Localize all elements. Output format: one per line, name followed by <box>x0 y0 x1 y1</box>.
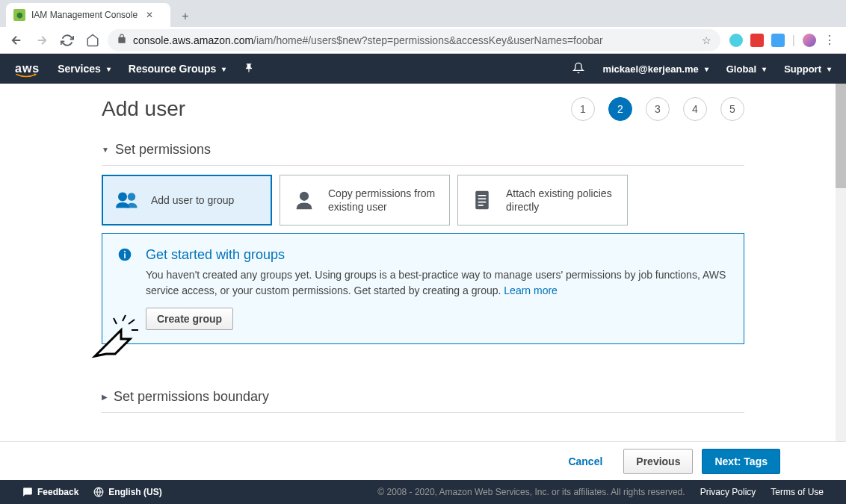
info-heading: Get started with groups <box>146 247 729 263</box>
svg-rect-7 <box>478 205 484 206</box>
lock-icon <box>117 34 127 46</box>
close-icon[interactable]: ✕ <box>143 9 155 21</box>
tab-strip: ⬢ IAM Management Console ✕ + <box>0 0 846 27</box>
address-bar[interactable]: console.aws.amazon.com/iam/home#/users$n… <box>108 29 720 52</box>
svg-rect-6 <box>478 202 487 203</box>
section-title-text: Set permissions boundary <box>114 389 269 405</box>
info-icon <box>117 247 132 330</box>
services-menu[interactable]: Services <box>58 63 111 75</box>
main-content: Add user 1 2 3 4 5 ▼ Set permissions Add… <box>0 84 846 441</box>
permission-options: Add user to group Copy permissions from … <box>102 175 744 225</box>
user-icon <box>291 190 318 211</box>
aws-top-nav: aws Services Resource Groups mickael@ker… <box>0 54 846 84</box>
option-label: Copy permissions from existing user <box>328 187 439 214</box>
svg-rect-5 <box>478 198 487 199</box>
tab-title: IAM Management Console <box>31 10 138 20</box>
learn-more-link[interactable]: Learn more <box>504 284 558 296</box>
option-add-to-group[interactable]: Add user to group <box>102 175 272 225</box>
svg-rect-9 <box>124 253 126 258</box>
account-menu[interactable]: mickael@kerjean.me <box>602 63 708 75</box>
option-copy-permissions[interactable]: Copy permissions from existing user <box>280 175 450 225</box>
cancel-button[interactable]: Cancel <box>556 449 614 473</box>
favicon-icon: ⬢ <box>13 9 25 21</box>
chevron-right-icon: ▶ <box>102 393 108 401</box>
menu-icon[interactable]: ⋮ <box>824 33 836 47</box>
next-button[interactable]: Next: Tags <box>702 449 780 474</box>
url-text: console.aws.amazon.com/iam/home#/users$n… <box>133 34 696 46</box>
star-icon[interactable]: ☆ <box>702 34 711 46</box>
previous-button[interactable]: Previous <box>623 449 693 474</box>
page-title: Add user <box>102 97 185 121</box>
set-permissions-header[interactable]: ▼ Set permissions <box>102 142 744 166</box>
reload-button[interactable] <box>57 30 78 51</box>
extension-icon[interactable] <box>771 34 785 47</box>
back-button[interactable] <box>6 30 27 51</box>
create-group-button[interactable]: Create group <box>146 308 233 330</box>
step-2[interactable]: 2 <box>608 97 632 121</box>
set-permissions-boundary-header[interactable]: ▶ Set permissions boundary <box>102 389 744 413</box>
svg-point-1 <box>128 193 136 201</box>
new-tab-button[interactable]: + <box>175 6 196 27</box>
bell-icon[interactable] <box>572 62 584 76</box>
svg-point-2 <box>300 192 309 201</box>
option-label: Add user to group <box>151 193 234 207</box>
chevron-down-icon: ▼ <box>102 146 109 154</box>
support-menu[interactable]: Support <box>784 63 831 75</box>
group-icon <box>114 190 141 211</box>
section-title-text: Set permissions <box>115 142 211 158</box>
extension-icon[interactable] <box>729 34 743 47</box>
terms-link[interactable]: Terms of Use <box>771 487 824 497</box>
info-body: You haven't created any groups yet. Usin… <box>146 267 729 299</box>
option-attach-policies[interactable]: Attach existing policies directly <box>457 175 628 225</box>
feedback-link[interactable]: Feedback <box>22 487 78 497</box>
region-menu[interactable]: Global <box>726 63 766 75</box>
aws-logo[interactable]: aws <box>15 62 40 75</box>
svg-point-0 <box>118 193 127 202</box>
wizard-steps: 1 2 3 4 5 <box>571 97 744 121</box>
svg-point-10 <box>124 251 126 252</box>
resource-groups-menu[interactable]: Resource Groups <box>129 63 226 75</box>
info-box: Get started with groups You haven't crea… <box>102 233 744 344</box>
action-bar: Cancel Previous Next: Tags <box>0 441 846 480</box>
browser-tab[interactable]: ⬢ IAM Management Console ✕ <box>6 3 170 27</box>
pin-icon[interactable] <box>244 63 254 75</box>
step-3[interactable]: 3 <box>646 97 670 121</box>
step-4[interactable]: 4 <box>683 97 707 121</box>
scrollbar[interactable]: ▾ <box>836 84 846 441</box>
footer: Feedback English (US) © 2008 - 2020, Ama… <box>0 480 846 504</box>
browser-chrome: ⬢ IAM Management Console ✕ + console.aws… <box>0 0 846 54</box>
option-label: Attach existing policies directly <box>506 187 617 214</box>
step-1[interactable]: 1 <box>571 97 595 121</box>
document-icon <box>469 190 495 211</box>
scrollbar-thumb[interactable] <box>836 84 846 188</box>
svg-rect-4 <box>478 195 487 196</box>
forward-button[interactable] <box>31 30 52 51</box>
extension-icons: | ⋮ <box>725 33 840 47</box>
browser-toolbar: console.aws.amazon.com/iam/home#/users$n… <box>0 27 846 54</box>
svg-rect-3 <box>475 191 489 210</box>
language-selector[interactable]: English (US) <box>93 487 161 497</box>
extension-icon[interactable] <box>750 34 764 47</box>
privacy-link[interactable]: Privacy Policy <box>700 487 756 497</box>
step-5[interactable]: 5 <box>720 97 744 121</box>
copyright-text: © 2008 - 2020, Amazon Web Services, Inc.… <box>377 487 685 497</box>
divider: | <box>792 34 795 47</box>
avatar-icon[interactable] <box>803 34 816 47</box>
home-button[interactable] <box>82 30 103 51</box>
